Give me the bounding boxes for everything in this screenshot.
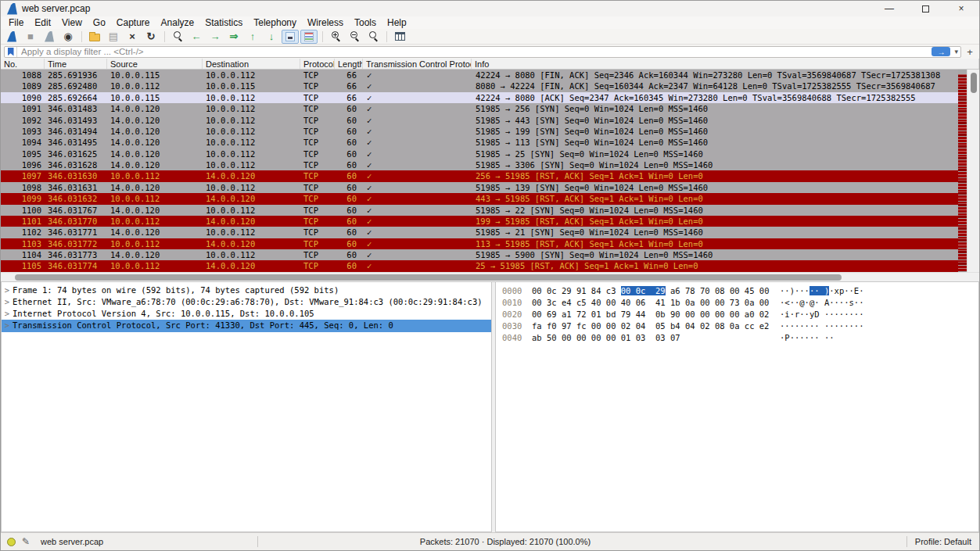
packet-row[interactable]: 1103 346.031772 10.0.0.112 14.0.0.120 TC… bbox=[1, 238, 958, 249]
packet-row[interactable]: 1092 346.031493 14.0.0.120 10.0.0.112 TC… bbox=[1, 115, 958, 126]
goto-packet-button[interactable]: ⇒ bbox=[225, 30, 242, 44]
hex-row[interactable]: 0020 00 69 a1 72 01 bd 79 44 0b 90 00 00… bbox=[502, 309, 978, 320]
open-file-button[interactable] bbox=[86, 30, 103, 44]
filter-add-button[interactable]: + bbox=[964, 46, 976, 58]
column-header[interactable]: Time bbox=[45, 59, 107, 69]
menu-item[interactable]: Help bbox=[382, 17, 412, 28]
packet-row[interactable]: 1099 346.031632 10.0.0.112 14.0.0.120 TC… bbox=[1, 193, 958, 204]
detail-line[interactable]: > Frame 1: 74 bytes on wire (592 bits), … bbox=[2, 284, 491, 296]
horizontal-scrollbar-thumb[interactable] bbox=[15, 274, 842, 281]
menu-item[interactable]: Wireless bbox=[302, 17, 349, 28]
expand-chevron-icon[interactable]: > bbox=[2, 296, 13, 308]
expand-chevron-icon[interactable]: > bbox=[2, 308, 13, 320]
column-header[interactable]: Protocol bbox=[300, 59, 335, 69]
autoscroll-toggle[interactable] bbox=[282, 30, 299, 44]
detail-line[interactable]: > Ethernet II, Src: VMware_a6:78:70 (00:… bbox=[2, 296, 491, 308]
menu-item[interactable]: Capture bbox=[111, 17, 156, 28]
menu-item[interactable]: Tools bbox=[349, 17, 382, 28]
status-profile[interactable]: Profile: Default bbox=[907, 537, 979, 546]
hex-row[interactable]: 0000 00 0c 29 91 84 c3 00 0c 29 a6 78 70… bbox=[502, 285, 978, 297]
previous-packet-button[interactable]: ← bbox=[188, 30, 205, 44]
packet-length: 60 bbox=[335, 193, 363, 204]
menu-item[interactable]: Analyze bbox=[156, 17, 200, 28]
packet-source: 10.0.0.112 bbox=[107, 216, 203, 227]
column-header[interactable]: Destination bbox=[203, 59, 300, 69]
resize-columns-button[interactable] bbox=[391, 30, 408, 44]
hex-row[interactable]: 0030 fa f0 97 fc 00 00 02 04 05 b4 04 02… bbox=[502, 320, 978, 332]
hex-row[interactable]: 0040 ab 50 00 00 00 00 01 03 03 07 ·P···… bbox=[502, 332, 978, 344]
expand-chevron-icon[interactable]: > bbox=[2, 284, 13, 296]
filter-bookmark-button[interactable] bbox=[5, 47, 17, 57]
horizontal-scrollbar[interactable] bbox=[1, 272, 979, 281]
expert-info-icon[interactable] bbox=[7, 538, 16, 546]
restore-button[interactable] bbox=[907, 1, 943, 16]
first-packet-button[interactable]: ↑ bbox=[244, 30, 261, 44]
vertical-scrollbar-thumb[interactable] bbox=[971, 73, 977, 93]
packet-row[interactable]: 1098 346.031631 14.0.0.120 10.0.0.112 TC… bbox=[1, 182, 958, 193]
packet-length: 60 bbox=[335, 148, 363, 159]
close-file-button[interactable]: × bbox=[124, 30, 141, 44]
column-header[interactable]: Length bbox=[335, 59, 363, 69]
hex-bytes: fa f0 97 fc 00 00 02 04 05 b4 04 02 08 0… bbox=[532, 320, 780, 332]
packet-row[interactable]: 1096 346.031628 14.0.0.120 10.0.0.112 TC… bbox=[1, 159, 958, 170]
last-packet-button[interactable]: ↓ bbox=[263, 30, 280, 44]
packet-length: 60 bbox=[335, 227, 363, 238]
packet-row[interactable]: 1088 285.691936 10.0.0.115 10.0.0.112 TC… bbox=[1, 70, 958, 81]
packet-tcp-check: ✓ bbox=[363, 148, 472, 159]
status-filename: web server.pcap bbox=[41, 537, 103, 546]
packet-row[interactable]: 1101 346.031770 10.0.0.112 14.0.0.120 TC… bbox=[1, 216, 958, 227]
hex-ascii: ·P······ ·· bbox=[780, 332, 835, 344]
vertical-scrollbar[interactable] bbox=[967, 70, 979, 272]
minimize-button[interactable]: — bbox=[871, 1, 907, 16]
capture-options-button[interactable]: ◉ bbox=[59, 30, 77, 44]
stop-capture-button[interactable]: ■ bbox=[22, 30, 39, 44]
detail-line-text: Transmission Control Protocol, Src Port:… bbox=[13, 320, 393, 331]
next-packet-button[interactable]: → bbox=[206, 30, 224, 44]
packet-row[interactable]: 1094 346.031495 14.0.0.120 10.0.0.112 TC… bbox=[1, 137, 958, 148]
menu-item[interactable]: Statistics bbox=[199, 17, 248, 28]
menu-item[interactable]: View bbox=[56, 17, 88, 28]
reload-file-button[interactable]: ↻ bbox=[142, 30, 160, 44]
packet-source: 14.0.0.120 bbox=[107, 182, 203, 193]
packet-row[interactable]: 1093 346.031494 14.0.0.120 10.0.0.112 TC… bbox=[1, 126, 958, 137]
column-header[interactable]: No. bbox=[1, 59, 45, 69]
apply-arrow-icon: → bbox=[937, 48, 945, 56]
title-bar: web server.pcap — × bbox=[1, 1, 979, 16]
packet-row[interactable]: 1089 285.692480 10.0.0.112 10.0.0.115 TC… bbox=[1, 81, 958, 91]
column-header[interactable]: Transmission Control Protocol bbox=[363, 59, 472, 69]
start-capture-button[interactable] bbox=[3, 30, 20, 44]
packet-row[interactable]: 1105 346.031774 10.0.0.112 14.0.0.120 TC… bbox=[1, 260, 958, 271]
packet-row[interactable]: 1102 346.031771 14.0.0.120 10.0.0.112 TC… bbox=[1, 227, 958, 238]
filter-dropdown-button[interactable]: ▾ bbox=[952, 48, 960, 55]
packet-time: 346.031774 bbox=[45, 260, 107, 271]
packet-row[interactable]: 1091 346.031483 14.0.0.120 10.0.0.112 TC… bbox=[1, 103, 958, 114]
packet-protocol: TCP bbox=[300, 137, 335, 148]
save-file-button[interactable]: ▤ bbox=[105, 30, 122, 44]
packet-row[interactable]: 1097 346.031630 10.0.0.112 14.0.0.120 TC… bbox=[1, 170, 958, 181]
packet-row[interactable]: 1095 346.031625 14.0.0.120 10.0.0.112 TC… bbox=[1, 148, 958, 159]
packet-row[interactable]: 1104 346.031773 14.0.0.120 10.0.0.112 TC… bbox=[1, 249, 958, 260]
colorize-toggle[interactable] bbox=[300, 30, 318, 44]
filter-apply-button[interactable]: → bbox=[932, 47, 950, 56]
menu-item[interactable]: Edit bbox=[29, 17, 56, 28]
hex-row[interactable]: 0010 00 3c e4 c5 40 00 40 06 41 1b 0a 00… bbox=[502, 297, 978, 309]
capture-comment-icon[interactable]: ✎ bbox=[22, 536, 30, 547]
display-filter-input[interactable]: Apply a display filter ... <Ctrl-/> → ▾ bbox=[4, 46, 961, 58]
restart-capture-button[interactable] bbox=[41, 30, 58, 44]
find-packet-button[interactable] bbox=[169, 30, 186, 44]
packet-row[interactable]: 1100 346.031767 14.0.0.120 10.0.0.112 TC… bbox=[1, 205, 958, 216]
close-button[interactable]: × bbox=[943, 1, 979, 16]
zoom-original-button[interactable] bbox=[364, 30, 382, 44]
packet-list-minimap[interactable] bbox=[958, 70, 967, 272]
menu-item[interactable]: Go bbox=[88, 17, 111, 28]
zoom-in-button[interactable] bbox=[327, 30, 344, 44]
column-header[interactable]: Source bbox=[107, 59, 203, 69]
zoom-out-button[interactable] bbox=[346, 30, 363, 44]
menu-item[interactable]: File bbox=[3, 17, 29, 28]
detail-line[interactable]: > Internet Protocol Version 4, Src: 10.0… bbox=[2, 308, 491, 320]
packet-row[interactable]: 1090 285.692664 10.0.0.115 10.0.0.112 TC… bbox=[1, 92, 958, 103]
detail-line[interactable]: > Transmission Control Protocol, Src Por… bbox=[2, 320, 491, 331]
menu-item[interactable]: Telephony bbox=[248, 17, 302, 28]
column-header[interactable]: Info bbox=[472, 59, 979, 69]
expand-chevron-icon[interactable]: > bbox=[2, 320, 13, 331]
